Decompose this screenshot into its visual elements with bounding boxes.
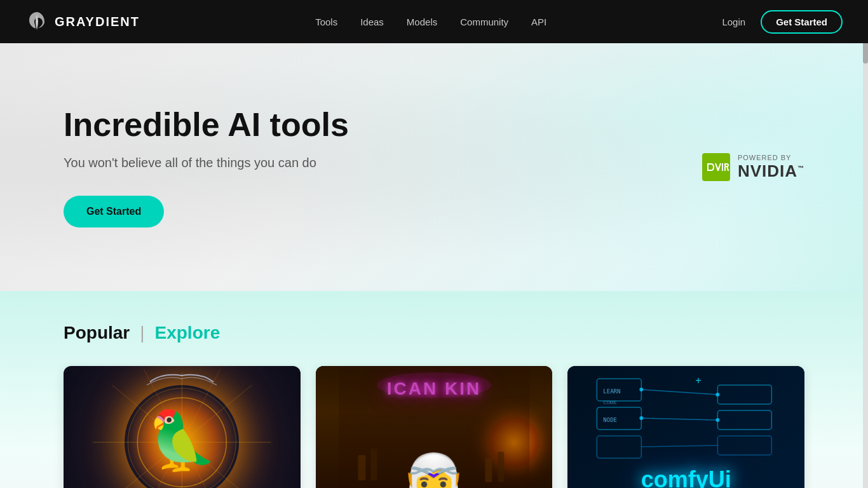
hero-title: Incredible AI tools: [64, 107, 349, 143]
navbar-actions: Login Get Started: [722, 10, 843, 34]
scrollbar[interactable]: [863, 0, 868, 488]
svg-rect-13: [498, 452, 504, 482]
svg-text:COME: COME: [604, 400, 617, 405]
svg-text:+: +: [696, 375, 702, 386]
tab-explore[interactable]: Explore: [155, 323, 220, 343]
navbar: GRAYDIENT Tools Ideas Models Community A…: [0, 0, 868, 43]
nav-tools[interactable]: Tools: [315, 17, 337, 27]
woman-figure: 🧝‍♀️: [394, 450, 473, 488]
nav-models[interactable]: Models: [407, 17, 437, 27]
card-woman-pirate[interactable]: ICAN KIN 🧝‍♀️: [316, 366, 553, 488]
card-3-visual: LEARN COME NODE + comfyUi JSON: [567, 366, 804, 488]
nav-ideas[interactable]: Ideas: [360, 17, 384, 27]
svg-text:LEARN: LEARN: [604, 388, 621, 395]
parrot-body: 🦜: [146, 407, 217, 474]
nvidia-brand-label: NVIDIA™: [738, 161, 804, 181]
hero-content: Incredible AI tools You won't believe al…: [64, 107, 349, 227]
svg-point-25: [640, 388, 644, 391]
comfyui-title: comfyUi: [641, 466, 731, 488]
get-started-hero-button[interactable]: Get Started: [64, 196, 164, 227]
card-pirate-parrot[interactable]: 🦜: [64, 366, 301, 488]
svg-point-28: [716, 418, 720, 422]
login-link[interactable]: Login: [722, 17, 745, 27]
popular-section: Popular | Explore 🦜: [0, 291, 868, 488]
logo-link[interactable]: GRAYDIENT: [25, 10, 140, 33]
tab-popular[interactable]: Popular: [64, 323, 130, 343]
svg-rect-18: [718, 385, 772, 404]
svg-text:NODE: NODE: [604, 417, 618, 423]
parrot-emoji: 🦜: [146, 407, 217, 474]
get-started-nav-button[interactable]: Get Started: [761, 10, 843, 34]
nvidia-logo-icon: [702, 153, 730, 181]
svg-rect-11: [370, 449, 377, 480]
svg-point-27: [640, 416, 644, 420]
nvidia-badge: POWERED BY NVIDIA™: [702, 153, 804, 181]
svg-rect-10: [358, 455, 365, 480]
svg-rect-19: [718, 410, 772, 430]
card-2-visual: ICAN KIN 🧝‍♀️: [316, 366, 553, 488]
hero-section: Incredible AI tools You won't believe al…: [0, 43, 868, 291]
logo-text: GRAYDIENT: [55, 15, 140, 29]
nav-community[interactable]: Community: [460, 17, 508, 27]
wing-svg: [144, 369, 220, 395]
svg-rect-12: [485, 458, 492, 482]
svg-point-26: [716, 393, 720, 396]
card-1-visual: 🦜: [64, 366, 301, 488]
powered-by-label: POWERED BY: [738, 154, 804, 161]
nvidia-text: POWERED BY NVIDIA™: [738, 154, 804, 181]
tab-divider: |: [140, 323, 144, 343]
section-tabs: Popular | Explore: [64, 323, 804, 343]
card-comfyui[interactable]: LEARN COME NODE + comfyUi JSON: [567, 366, 804, 488]
hero-subtitle: You won't believe all of the things you …: [64, 156, 349, 170]
logo-icon: [25, 10, 48, 33]
svg-rect-20: [718, 436, 772, 455]
nav-api[interactable]: API: [531, 17, 546, 27]
nav-links: Tools Ideas Models Community API: [315, 17, 546, 27]
svg-point-14: [377, 372, 491, 398]
svg-rect-17: [597, 436, 642, 458]
cards-grid: 🦜 ICAN KIN: [64, 366, 804, 488]
